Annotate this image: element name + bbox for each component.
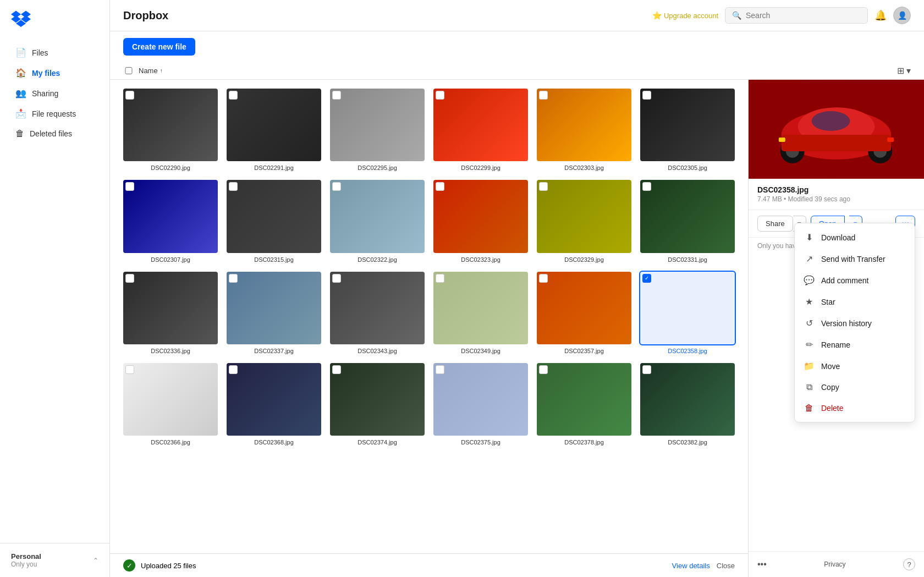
file-name: DSC02315.jpg bbox=[254, 256, 294, 263]
dropbox-logo-icon bbox=[11, 9, 31, 29]
file-item[interactable]: DSC02295.jpg bbox=[330, 89, 425, 171]
share-button[interactable]: Share bbox=[757, 216, 793, 232]
file-name: DSC02322.jpg bbox=[358, 256, 397, 263]
file-checkbox[interactable] bbox=[125, 274, 134, 283]
create-new-file-button[interactable]: Create new file bbox=[123, 38, 195, 56]
sidebar-item-files[interactable]: 📄 Files bbox=[4, 43, 105, 62]
file-item[interactable]: DSC02305.jpg bbox=[640, 89, 735, 171]
footer-more-icon[interactable]: ••• bbox=[757, 559, 767, 569]
file-checkbox[interactable] bbox=[332, 365, 341, 374]
name-column-header[interactable]: Name ↑ bbox=[139, 67, 897, 75]
file-checkbox[interactable] bbox=[229, 365, 238, 374]
file-item[interactable]: DSC02357.jpg bbox=[537, 272, 631, 354]
dropdown-item-star[interactable]: ★Star bbox=[795, 291, 915, 312]
dropdown-item-download[interactable]: ⬇Download bbox=[795, 227, 915, 248]
file-checkbox[interactable] bbox=[539, 274, 548, 283]
file-checkbox[interactable] bbox=[125, 365, 134, 374]
dropdown-item-delete[interactable]: 🗑Delete bbox=[795, 398, 915, 419]
sidebar-item-file-requests[interactable]: 📩 File requests bbox=[4, 104, 105, 123]
upgrade-account-link[interactable]: ⭐ Upgrade account bbox=[652, 11, 718, 20]
svg-rect-13 bbox=[782, 135, 891, 151]
file-item[interactable]: DSC02337.jpg bbox=[227, 272, 321, 354]
dropdown-item-copy[interactable]: ⧉Copy bbox=[795, 377, 915, 398]
file-name: DSC02299.jpg bbox=[461, 164, 501, 171]
help-button[interactable]: ? bbox=[903, 558, 915, 570]
file-item[interactable]: DSC02290.jpg bbox=[123, 89, 218, 171]
privacy-link[interactable]: Privacy bbox=[824, 560, 845, 568]
version-history-icon: ↺ bbox=[804, 318, 815, 328]
file-item[interactable]: DSC02322.jpg bbox=[330, 180, 425, 262]
status-right: View details Close bbox=[672, 562, 735, 570]
send-transfer-icon: ↗ bbox=[804, 254, 815, 264]
file-item[interactable]: DSC02303.jpg bbox=[537, 89, 631, 171]
file-name: DSC02336.jpg bbox=[151, 348, 190, 354]
dropdown-item-rename[interactable]: ✏Rename bbox=[795, 334, 915, 355]
file-item[interactable]: DSC02375.jpg bbox=[433, 363, 528, 446]
file-item[interactable]: DSC02331.jpg bbox=[640, 180, 735, 262]
file-name: DSC02290.jpg bbox=[151, 164, 190, 171]
file-checkbox[interactable] bbox=[332, 91, 341, 100]
file-item[interactable]: DSC02323.jpg bbox=[433, 180, 528, 262]
file-checkbox[interactable] bbox=[539, 91, 548, 100]
dropdown-item-version-history[interactable]: ↺Version history bbox=[795, 312, 915, 334]
file-checkbox[interactable] bbox=[642, 182, 651, 191]
dropdown-item-label: Delete bbox=[821, 404, 843, 413]
dropdown-item-label: Rename bbox=[821, 340, 850, 349]
file-checkbox[interactable] bbox=[539, 365, 548, 374]
search-input[interactable] bbox=[746, 11, 861, 20]
file-item[interactable]: DSC02374.jpg bbox=[330, 363, 425, 446]
file-grid-container[interactable]: DSC02290.jpgDSC02291.jpgDSC02295.jpgDSC0… bbox=[110, 80, 748, 577]
status-close-button[interactable]: Close bbox=[717, 562, 735, 570]
file-item[interactable]: DSC02329.jpg bbox=[537, 180, 631, 262]
status-check-icon: ✓ bbox=[123, 559, 135, 571]
sidebar-item-my-files[interactable]: 🏠 My files bbox=[4, 63, 105, 83]
file-thumbnail bbox=[227, 272, 321, 344]
file-item[interactable]: DSC02307.jpg bbox=[123, 180, 218, 262]
file-item[interactable]: DSC02368.jpg bbox=[227, 363, 321, 446]
file-checkbox[interactable] bbox=[642, 365, 651, 374]
file-checkbox[interactable] bbox=[436, 274, 444, 283]
dropdown-item-move[interactable]: 📁Move bbox=[795, 355, 915, 377]
file-checkbox[interactable] bbox=[229, 91, 238, 100]
sidebar-item-deleted-files[interactable]: 🗑 Deleted files bbox=[4, 124, 105, 143]
file-item[interactable]: DSC02349.jpg bbox=[433, 272, 528, 354]
file-item[interactable]: DSC02299.jpg bbox=[433, 89, 528, 171]
sidebar-item-files-label: Files bbox=[32, 48, 48, 57]
file-checkbox[interactable] bbox=[539, 182, 548, 191]
sidebar-item-deleted-files-label: Deleted files bbox=[30, 129, 72, 138]
file-checkbox[interactable] bbox=[125, 91, 134, 100]
file-item[interactable]: DSC02382.jpg bbox=[640, 363, 735, 446]
file-checkbox[interactable]: ✓ bbox=[642, 274, 651, 283]
file-name: DSC02382.jpg bbox=[668, 439, 707, 446]
file-item[interactable]: ✓DSC02358.jpg bbox=[640, 272, 735, 354]
select-all-checkbox[interactable] bbox=[123, 67, 134, 74]
view-toggle[interactable]: ⊞ ▾ bbox=[897, 65, 911, 76]
file-checkbox[interactable] bbox=[125, 182, 134, 191]
file-checkbox[interactable] bbox=[642, 91, 651, 100]
search-bar[interactable]: 🔍 bbox=[725, 7, 868, 24]
file-item[interactable]: DSC02378.jpg bbox=[537, 363, 631, 446]
dropdown-item-label: Copy bbox=[821, 383, 839, 392]
file-item[interactable]: DSC02366.jpg bbox=[123, 363, 218, 446]
dropdown-item-add-comment[interactable]: 💬Add comment bbox=[795, 270, 915, 291]
avatar-icon: 👤 bbox=[898, 11, 907, 20]
file-item[interactable]: DSC02315.jpg bbox=[227, 180, 321, 262]
file-item[interactable]: DSC02336.jpg bbox=[123, 272, 218, 354]
file-checkbox[interactable] bbox=[229, 182, 238, 191]
dropdown-item-send-transfer[interactable]: ↗Send with Transfer bbox=[795, 248, 915, 270]
file-checkbox[interactable] bbox=[332, 182, 341, 191]
view-details-link[interactable]: View details bbox=[672, 562, 710, 570]
file-checkbox[interactable] bbox=[436, 182, 444, 191]
notifications-bell-icon[interactable]: 🔔 bbox=[875, 9, 887, 21]
file-item[interactable]: DSC02291.jpg bbox=[227, 89, 321, 171]
file-checkbox[interactable] bbox=[436, 91, 444, 100]
sidebar-item-sharing[interactable]: 👥 Sharing bbox=[4, 84, 105, 103]
file-item[interactable]: DSC02343.jpg bbox=[330, 272, 425, 354]
file-name: DSC02374.jpg bbox=[358, 439, 397, 446]
file-checkbox[interactable] bbox=[436, 365, 444, 374]
file-checkbox[interactable] bbox=[229, 274, 238, 283]
dropdown-item-label: Version history bbox=[821, 319, 872, 328]
user-avatar[interactable]: 👤 bbox=[893, 7, 911, 24]
file-checkbox[interactable] bbox=[332, 274, 341, 283]
sidebar-footer-chevron-icon[interactable]: ⌃ bbox=[93, 557, 98, 564]
